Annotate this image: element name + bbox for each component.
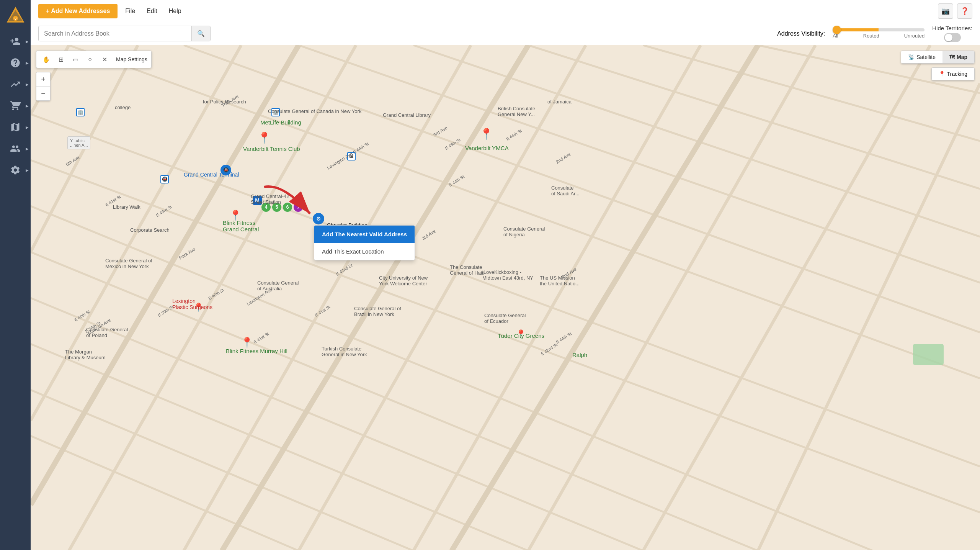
badge-4[interactable]: 4	[261, 203, 271, 212]
street-label-e40-far-left: E 40th St	[74, 309, 91, 322]
sidebar-item-cart[interactable]: ▶	[0, 95, 31, 116]
zoom-in-button[interactable]: +	[36, 72, 50, 86]
blink-fitness-pin[interactable]: 📍	[229, 210, 242, 221]
svg-line-9	[299, 45, 586, 550]
label-lexington-plastic: LexingtonPlastic Surgeons	[172, 298, 212, 310]
svg-line-15	[31, 160, 980, 512]
app-logo[interactable]: V	[4, 4, 27, 27]
label-saudi-consulate: Consulateof Saudi Ar...	[551, 185, 580, 196]
street-label-e44-mid: E 44th St	[448, 174, 465, 187]
square-tool-button[interactable]: ▭	[69, 53, 82, 65]
label-ralph: Ralph	[572, 352, 587, 358]
sidebar-item-people[interactable]: ▶	[0, 138, 31, 159]
sidebar-item-add-person[interactable]: ▶	[0, 31, 31, 52]
zoom-out-button[interactable]: −	[36, 87, 50, 100]
lexington-plastic-pin[interactable]: 📍	[193, 303, 204, 313]
satellite-icon: 📡	[908, 54, 915, 60]
street-label-e42: E 42nd St	[335, 263, 353, 277]
map-canvas[interactable]: ✋ ⊞ ▭ ○ ✕ Map Settings + − 📡 Satellite	[31, 45, 980, 550]
visibility-section: Address Visibility: All Routed Unrouted …	[777, 25, 972, 42]
badge-5[interactable]: 5	[272, 203, 281, 212]
street-label-3rd-ave-south: 3rd Ave	[421, 228, 437, 241]
tracking-button[interactable]: 📍 Tracking	[931, 67, 975, 80]
map-icon: 🗺	[949, 54, 955, 60]
svg-line-25	[413, 45, 980, 237]
topbar: + Add New Addresses File Edit Help 📷 ❓	[31, 0, 980, 22]
svg-line-16	[31, 206, 873, 550]
layers-tool-button[interactable]: ⊞	[55, 53, 67, 65]
street-label-e41: E 41st St	[314, 304, 331, 318]
street-label-e44-south: E 44th St	[555, 331, 572, 344]
svg-line-26	[528, 45, 980, 189]
sidebar-item-analytics[interactable]: ▶	[0, 74, 31, 95]
slider-label-routed: Routed	[863, 33, 879, 39]
street-label-e40-mid: E 40th St	[207, 288, 225, 301]
hand-tool-button[interactable]: ✋	[40, 53, 52, 65]
svg-line-22	[69, 45, 980, 378]
topbar-icons: 📷 ❓	[938, 3, 972, 19]
blink-fitness-murray-pin[interactable]: 📍	[241, 337, 253, 349]
map-area[interactable]: ✋ ⊞ ▭ ○ ✕ Map Settings + − 📡 Satellite	[31, 45, 980, 550]
circle-tool-button[interactable]: ○	[84, 53, 96, 65]
street-label-lex-ave-north: Lexington Ave	[326, 151, 353, 171]
label-morgan-library: The MorganLibrary & Museum	[65, 349, 105, 360]
label-blink-fitness-gc: Blink FitnessGrand Central	[223, 219, 259, 232]
add-nearest-address-button[interactable]: Add The Nearest Valid Address	[314, 226, 415, 243]
close-tool-button[interactable]: ✕	[98, 53, 111, 65]
file-menu[interactable]: File	[125, 8, 135, 15]
svg-line-19	[31, 344, 528, 550]
svg-line-23	[184, 45, 980, 332]
street-label-e43: E 43rd St	[155, 205, 172, 218]
label-grand-central-library: Grand Central Library	[383, 112, 431, 118]
metro-icon[interactable]: M	[253, 196, 262, 205]
search-box: 🔍	[38, 26, 211, 41]
map-view-button[interactable]: 🗺 Map	[942, 51, 974, 63]
hide-territories-section: Hide Territories:	[932, 25, 972, 42]
badge-7[interactable]: 7	[294, 203, 303, 212]
visibility-slider-track[interactable]	[833, 28, 924, 31]
vanderbilt-tennis-pin[interactable]: 📍	[258, 131, 271, 144]
tudor-city-pin[interactable]: 📍	[516, 329, 526, 339]
building-icon-2[interactable]: 🚇	[160, 175, 169, 183]
street-label-park-ave-north: Park Ave	[221, 93, 240, 108]
street-label-e44-north: E 44th St	[352, 141, 369, 154]
sidebar-item-routes[interactable]: ▶	[0, 116, 31, 138]
edit-menu[interactable]: Edit	[147, 8, 157, 15]
camera-icon-button[interactable]: 📷	[938, 3, 953, 19]
label-grand-central-terminal: Grand Central Terminal	[184, 172, 239, 178]
hide-territories-label: Hide Territories:	[932, 25, 972, 31]
badge-6[interactable]: 6	[283, 203, 292, 212]
label-metlife: MetLife Building	[260, 119, 301, 126]
help-menu[interactable]: Help	[169, 8, 181, 15]
search-input[interactable]	[39, 26, 191, 41]
topbar-nav: File Edit Help	[125, 8, 181, 15]
satellite-view-button[interactable]: 📡 Satellite	[901, 51, 942, 63]
search-button[interactable]: 🔍	[191, 26, 210, 41]
svg-line-10	[413, 45, 701, 550]
vanderbilt-ymca-pin[interactable]: 📍	[480, 128, 493, 140]
add-exact-location-button[interactable]: Add This Exact Location	[314, 243, 415, 260]
svg-line-21	[31, 436, 299, 550]
building-icon-1[interactable]: 🏢	[76, 108, 85, 116]
tracking-icon: 📍	[939, 71, 945, 77]
sidebar: V ▶ ▶ ▶ ▶ ▶ ▶ ▶	[0, 0, 31, 550]
sidebar-item-settings[interactable]: ▶	[0, 159, 31, 181]
grand-central-icon[interactable]: 🚇	[220, 165, 231, 175]
chrysler-target-icon[interactable]: ⚙	[313, 213, 324, 224]
svg-line-13	[758, 83, 980, 550]
help-icon-button[interactable]: ❓	[957, 3, 972, 19]
hide-territories-toggle[interactable]	[944, 33, 961, 42]
slider-labels: All Routed Unrouted	[833, 33, 924, 39]
toggle-thumb	[945, 34, 952, 41]
svg-line-8	[184, 45, 471, 550]
sidebar-mini-panel: Y...ublic...hen A...	[67, 136, 90, 149]
street-label-3rd-ave-north: 3rd Ave	[432, 125, 448, 138]
label-canada-consulate: Consulate General of Canada in New York	[268, 108, 361, 114]
svg-line-17	[31, 252, 758, 550]
svg-line-12	[643, 45, 930, 550]
sidebar-item-help[interactable]: ▶	[0, 52, 31, 74]
add-new-addresses-button[interactable]: + Add New Addresses	[38, 4, 118, 18]
building-icon-4[interactable]: 🏢	[271, 108, 280, 116]
street-label-e41-south: E 41st St	[253, 331, 270, 344]
street-label-park-ave-south: Park Ave	[178, 246, 196, 260]
